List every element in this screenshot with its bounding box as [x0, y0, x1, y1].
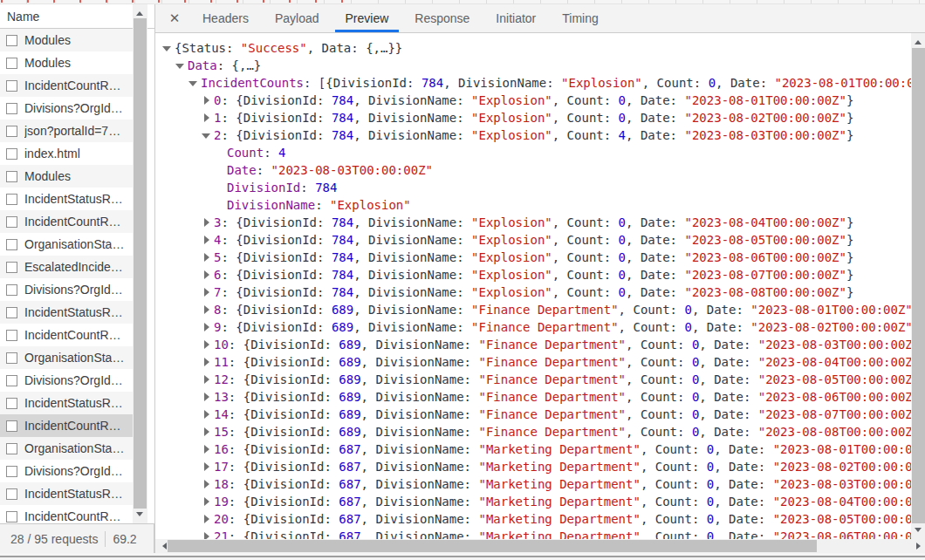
disclosure-triangle-icon[interactable]	[202, 493, 214, 510]
json-tree-row[interactable]: 4: {DivisionId: 784, DivisionName: "Expl…	[155, 231, 911, 249]
network-request-row[interactable]: Divisions?OrgId…	[0, 369, 133, 392]
network-request-row[interactable]: Modules	[0, 51, 133, 74]
json-tree-row[interactable]: 5: {DivisionId: 784, DivisionName: "Expl…	[155, 249, 911, 266]
network-request-row[interactable]: EscalatedIncide…	[0, 256, 133, 278]
scroll-right-icon[interactable]	[916, 543, 924, 550]
json-tree-row[interactable]: 17: {DivisionId: 687, DivisionName: "Mar…	[155, 458, 911, 475]
network-request-row[interactable]: Divisions?OrgId…	[0, 278, 133, 301]
preview-scrollbar-thumb[interactable]	[912, 48, 925, 523]
preview-vertical-scrollbar[interactable]	[911, 33, 925, 539]
json-tree-row[interactable]: 11: {DivisionId: 689, DivisionName: "Fin…	[155, 353, 911, 371]
json-tree-row[interactable]: 10: {DivisionId: 689, DivisionName: "Fin…	[155, 336, 911, 353]
json-tree-row[interactable]: 1: {DivisionId: 784, DivisionName: "Expl…	[155, 109, 911, 126]
json-tree-row[interactable]: 0: {DivisionId: 784, DivisionName: "Expl…	[155, 92, 911, 109]
scroll-down-icon[interactable]	[915, 528, 922, 536]
tab-payload[interactable]: Payload	[264, 4, 330, 32]
close-icon[interactable]: ✕	[162, 4, 187, 32]
json-tree-row[interactable]: Data: {,…}	[155, 57, 911, 74]
disclosure-triangle-icon[interactable]	[202, 388, 214, 406]
network-request-row[interactable]: Divisions?OrgId…	[0, 97, 133, 120]
json-punctuation: , Count:	[552, 111, 619, 125]
json-tree-row[interactable]: 2: {DivisionId: 784, DivisionName: "Expl…	[155, 126, 911, 144]
network-request-row[interactable]: json?portalId=7…	[0, 120, 133, 142]
scroll-down-icon[interactable]	[136, 512, 143, 520]
scroll-left-icon[interactable]	[159, 543, 167, 550]
json-tree-row[interactable]: 3: {DivisionId: 784, DivisionName: "Expl…	[155, 214, 911, 231]
network-request-row[interactable]: OrganisationSta…	[0, 233, 133, 256]
disclosure-triangle-icon[interactable]	[202, 475, 214, 493]
json-tree-row[interactable]: {Status: "Success", Data: {,…}}	[155, 39, 911, 57]
disclosure-triangle-icon[interactable]	[202, 266, 214, 283]
json-tree-row[interactable]: IncidentCounts: [{DivisionId: 784, Divis…	[155, 74, 911, 92]
json-tree-row[interactable]: Count: 4	[155, 144, 911, 161]
network-request-row[interactable]: IncidentCountR…	[0, 414, 133, 437]
json-tree-row[interactable]: 14: {DivisionId: 689, DivisionName: "Fin…	[155, 406, 911, 423]
json-tree-row[interactable]: Date: "2023-08-03T00:00:00Z"	[155, 161, 911, 179]
network-request-row[interactable]: Modules	[0, 29, 133, 51]
disclosure-triangle-icon[interactable]	[202, 301, 214, 318]
network-request-row[interactable]: OrganisationSta…	[0, 346, 133, 369]
json-tree-row[interactable]: 21: {DivisionId: 687, DivisionName: "Mar…	[155, 528, 911, 539]
scroll-up-icon[interactable]	[915, 37, 922, 44]
network-request-row[interactable]: IncidentStatusR…	[0, 392, 133, 414]
disclosure-triangle-icon[interactable]	[202, 458, 214, 475]
json-tree-row[interactable]: 8: {DivisionId: 689, DivisionName: "Fina…	[155, 301, 911, 318]
tab-initiator[interactable]: Initiator	[485, 4, 546, 32]
json-tree-row[interactable]: 7: {DivisionId: 784, DivisionName: "Expl…	[155, 283, 911, 301]
json-tree-row[interactable]: 15: {DivisionId: 689, DivisionName: "Fin…	[155, 423, 911, 440]
network-request-row[interactable]: index.html	[0, 142, 133, 165]
disclosure-triangle-icon[interactable]	[202, 371, 214, 388]
disclosure-triangle-icon[interactable]	[202, 423, 214, 440]
disclosure-triangle-icon[interactable]	[202, 318, 214, 336]
json-tree-row[interactable]: 9: {DivisionId: 689, DivisionName: "Fina…	[155, 318, 911, 336]
disclosure-triangle-icon[interactable]	[202, 214, 214, 231]
disclosure-triangle-icon[interactable]	[202, 336, 214, 353]
tab-preview[interactable]: Preview	[335, 4, 400, 32]
disclosure-triangle-icon[interactable]	[202, 406, 214, 423]
tab-response[interactable]: Response	[404, 4, 480, 32]
name-column-header[interactable]: Name	[0, 4, 154, 29]
json-tree-row[interactable]: 18: {DivisionId: 687, DivisionName: "Mar…	[155, 475, 911, 493]
network-request-row[interactable]: Modules	[0, 165, 133, 188]
json-tree-row[interactable]: 6: {DivisionId: 784, DivisionName: "Expl…	[155, 266, 911, 283]
disclosure-triangle-icon[interactable]	[202, 528, 214, 539]
request-rows: ModulesModulesIncidentCountR…Divisions?O…	[0, 29, 133, 523]
network-request-row[interactable]: IncidentCountR…	[0, 324, 133, 346]
network-request-row[interactable]: IncidentStatusR…	[0, 188, 133, 210]
disclosure-triangle-icon[interactable]	[188, 74, 201, 92]
disclosure-triangle-icon[interactable]	[202, 231, 214, 249]
preview-hscrollbar-thumb[interactable]	[168, 540, 817, 552]
json-tree-row[interactable]: 19: {DivisionId: 687, DivisionName: "Mar…	[155, 493, 911, 510]
scroll-up-icon[interactable]	[136, 8, 143, 16]
network-request-row[interactable]: IncidentStatusR…	[0, 301, 133, 324]
json-tree-row[interactable]: 16: {DivisionId: 687, DivisionName: "Mar…	[155, 440, 911, 458]
json-tree-row[interactable]: 20: {DivisionId: 687, DivisionName: "Mar…	[155, 510, 911, 528]
sidebar-scrollbar-thumb[interactable]	[134, 18, 147, 509]
json-tree-row[interactable]: 12: {DivisionId: 689, DivisionName: "Fin…	[155, 371, 911, 388]
json-tree-row[interactable]: DivisionId: 784	[155, 179, 911, 196]
network-request-row[interactable]: IncidentCountR…	[0, 210, 133, 233]
network-request-row[interactable]: OrganisationSta…	[0, 437, 133, 460]
disclosure-triangle-icon[interactable]	[202, 249, 214, 266]
disclosure-triangle-icon[interactable]	[202, 510, 214, 528]
disclosure-triangle-icon[interactable]	[202, 109, 214, 126]
preview-horizontal-scrollbar[interactable]	[155, 539, 925, 553]
tab-timing[interactable]: Timing	[552, 4, 609, 32]
network-request-row[interactable]: Divisions?OrgId…	[0, 460, 133, 482]
network-request-row[interactable]: IncidentCountR…	[0, 74, 133, 97]
sidebar-scrollbar[interactable]	[133, 4, 147, 523]
network-request-row[interactable]: IncidentStatusR…	[0, 482, 133, 505]
disclosure-triangle-icon[interactable]	[202, 353, 214, 371]
disclosure-triangle-icon[interactable]	[202, 440, 214, 458]
disclosure-triangle-icon[interactable]	[162, 39, 175, 57]
network-request-row[interactable]: IncidentCountR…	[0, 505, 133, 523]
json-tree-row[interactable]: DivisionName: "Explosion"	[155, 196, 911, 214]
disclosure-triangle-icon[interactable]	[202, 283, 214, 301]
json-punctuation: :	[229, 442, 243, 456]
json-number-value: 0	[619, 233, 626, 247]
disclosure-triangle-icon[interactable]	[202, 92, 214, 109]
tab-headers[interactable]: Headers	[192, 4, 259, 32]
json-tree-row[interactable]: 13: {DivisionId: 689, DivisionName: "Fin…	[155, 388, 911, 406]
disclosure-triangle-icon[interactable]	[202, 126, 214, 144]
disclosure-triangle-icon[interactable]	[175, 57, 188, 74]
